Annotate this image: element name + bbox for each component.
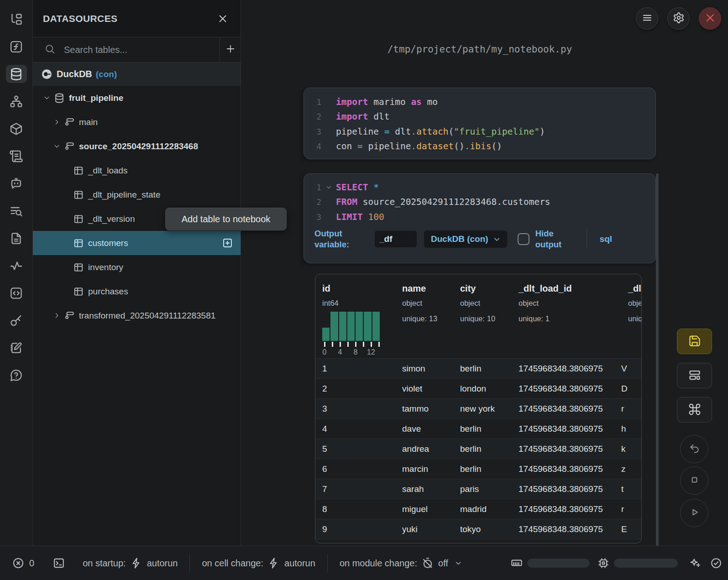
- module-change-config-button[interactable]: on module change: off: [340, 557, 462, 570]
- activity-list-search-button[interactable]: [6, 202, 27, 220]
- column-stat: unique:: [628, 314, 642, 323]
- table-row[interactable]: 6marcinberlin1745968348.3806975z: [315, 459, 641, 479]
- table-cell: 1: [315, 364, 395, 374]
- notebook-scrollbar[interactable]: [656, 173, 659, 546]
- cpu-icon: [597, 557, 610, 570]
- engine-select-value: DuckDB (con): [431, 234, 488, 244]
- activity-workflow-button[interactable]: [6, 92, 27, 110]
- result-table[interactable]: idint6404812nameobjectunique: 13cityobje…: [315, 274, 642, 543]
- activity-activity-button[interactable]: [6, 256, 27, 275]
- histogram-bar: [364, 312, 371, 341]
- activity-key-button[interactable]: [6, 311, 27, 329]
- activity-code-block-button[interactable]: [6, 284, 27, 302]
- zap-icon: [130, 557, 143, 570]
- table-row[interactable]: 4daveberlin1745968348.3806975h: [315, 418, 641, 439]
- table-row[interactable]: 3tammonew york1745968348.3806975r: [315, 398, 641, 418]
- table-row[interactable]: 2violetlondon1745968348.3806975D: [315, 378, 641, 398]
- chevron-right-icon[interactable]: [51, 118, 62, 126]
- table-cell: t: [614, 484, 641, 494]
- tree-item-_dlt_pipeline_state[interactable]: _dlt_pipeline_state: [33, 183, 241, 207]
- table-row[interactable]: 9yukitokyo1745968348.3806975E: [315, 519, 641, 539]
- table-cell: 9: [315, 524, 395, 534]
- shutdown-button[interactable]: [699, 7, 721, 30]
- table-cell: E: [614, 524, 641, 534]
- hide-output-checkbox[interactable]: [518, 233, 529, 245]
- add-datasource-button[interactable]: [220, 37, 241, 62]
- terminal-button[interactable]: [52, 557, 65, 570]
- schema-icon: [64, 310, 75, 321]
- table-row[interactable]: 8miguelmadrid1745968348.3806975r: [315, 499, 641, 519]
- undo-button[interactable]: [680, 435, 708, 463]
- run-button[interactable]: [680, 499, 708, 527]
- table-grid-icon: [73, 189, 84, 200]
- code-line[interactable]: 1import marimo as mo: [304, 94, 655, 110]
- table-cell: 4: [315, 424, 395, 434]
- menu-button[interactable]: [636, 7, 658, 30]
- check-circle-icon[interactable]: [710, 557, 723, 570]
- code-line[interactable]: 2FROM source_202504291112283468.customer…: [304, 195, 655, 210]
- column-header-city[interactable]: cityobjectunique: 10: [460, 283, 495, 323]
- code-line[interactable]: 3pipeline = dlt.attach("fruit_pipeline"): [304, 124, 655, 139]
- settings-button[interactable]: [667, 7, 690, 30]
- connection-row[interactable]: DuckDB (con): [33, 63, 241, 86]
- add-table-to-notebook-button[interactable]: [222, 237, 233, 249]
- fold-chevron-icon[interactable]: [321, 184, 336, 191]
- code-line[interactable]: 2import dlt: [304, 110, 655, 125]
- histogram-tick-label: 0: [323, 348, 327, 356]
- command-icon: [688, 402, 702, 418]
- sql-cell[interactable]: 1SELECT *2FROM source_202504291112283468…: [304, 173, 656, 263]
- python-cell[interactable]: 1import marimo as mo2import dlt3pipeline…: [304, 88, 656, 159]
- table-cell: simon: [395, 364, 453, 374]
- tree-item-purchases[interactable]: purchases: [33, 279, 241, 303]
- interrupt-button[interactable]: [680, 466, 708, 495]
- cell-change-config-button[interactable]: on cell change: autorun: [202, 557, 315, 570]
- layout-button[interactable]: [677, 363, 712, 388]
- chevron-right-icon[interactable]: [51, 312, 62, 319]
- activity-database-button[interactable]: [6, 65, 27, 83]
- column-header-_dlt_id[interactable]: _dlt_idobjectunique:: [628, 283, 642, 323]
- gear-icon: [673, 12, 685, 25]
- activity-file-tree-button[interactable]: [6, 10, 27, 28]
- tree-item-customers[interactable]: customers: [33, 231, 241, 255]
- chevron-down-icon: [454, 559, 462, 567]
- activity-cube-button[interactable]: [6, 120, 27, 138]
- code-line[interactable]: 1SELECT *: [304, 180, 655, 195]
- tree-item-label: _dlt_loads: [88, 166, 128, 176]
- tree-item-transformed_202504291112283581[interactable]: transformed_202504291112283581: [33, 303, 241, 328]
- startup-config-button[interactable]: on startup: autorun: [83, 557, 178, 570]
- chevron-down-icon[interactable]: [51, 142, 62, 150]
- column-header-name[interactable]: nameobjectunique: 13: [402, 283, 437, 323]
- table-row[interactable]: 7sarahparis1745968348.3806975t: [315, 479, 641, 499]
- close-panel-button[interactable]: [216, 12, 230, 26]
- tree-item-fruit_pipeline[interactable]: fruit_pipeline: [33, 86, 241, 110]
- error-indicator[interactable]: 0: [12, 557, 34, 570]
- search-tables-input[interactable]: [64, 37, 220, 62]
- sparkles-icon[interactable]: [689, 557, 702, 570]
- engine-select[interactable]: DuckDB (con): [424, 230, 507, 248]
- tree-item-source_202504291112283468[interactable]: source_202504291112283468: [33, 134, 241, 158]
- activity-function-button[interactable]: [6, 37, 27, 56]
- chevron-down-icon[interactable]: [41, 94, 52, 102]
- tree-item-inventory[interactable]: inventory: [33, 255, 241, 279]
- column-header-id[interactable]: idint6404812: [322, 283, 381, 356]
- table-row[interactable]: 1simonberlin1745968348.3806975V: [315, 358, 641, 378]
- save-button[interactable]: [677, 329, 712, 354]
- activity-help-button[interactable]: [6, 366, 27, 384]
- output-variable-input[interactable]: [375, 231, 417, 247]
- tree-item-_dlt_loads[interactable]: _dlt_loads: [33, 158, 241, 183]
- table-row[interactable]: 5andreaberlin1745968348.3806975k: [315, 439, 641, 459]
- column-header-_dlt_load_id[interactable]: _dlt_load_idobjectunique: 1: [519, 283, 572, 323]
- activity-notebook-pen-button[interactable]: [6, 339, 27, 357]
- activity-bot-button[interactable]: [6, 174, 27, 193]
- table-cell: madrid: [453, 504, 512, 514]
- tree-item-main[interactable]: main: [33, 110, 241, 134]
- activity-file-text-button[interactable]: [6, 229, 27, 247]
- terminal-icon: [52, 557, 65, 570]
- error-count: 0: [29, 558, 34, 569]
- table-cell: z: [614, 464, 641, 474]
- keyboard-shortcuts-button[interactable]: [677, 397, 712, 423]
- activity-scroll-button[interactable]: [6, 147, 27, 165]
- code-line[interactable]: 4con = pipeline.dataset().ibis(): [304, 139, 655, 154]
- code-line[interactable]: 3LIMIT 100: [304, 209, 655, 225]
- table-cell: 8: [315, 504, 395, 514]
